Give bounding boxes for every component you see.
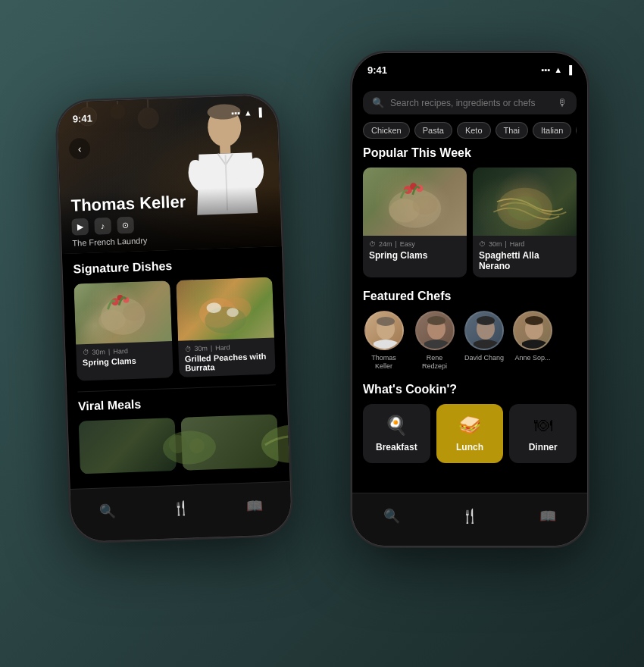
- svg-rect-9: [220, 144, 230, 153]
- dish-name-1: Spring Clams: [83, 355, 167, 367]
- dish-image-clams: [73, 280, 172, 344]
- tag-italian[interactable]: Italian: [533, 122, 571, 139]
- lunch-icon: 🥪: [458, 415, 481, 436]
- dinner-label: Dinner: [529, 442, 558, 452]
- chef-name: Thomas Keller: [70, 192, 186, 215]
- dish-time-1: 30m: [92, 348, 105, 356]
- meal-card-lunch[interactable]: 🥪 Lunch: [436, 404, 504, 463]
- breakfast-label: Breakfast: [376, 442, 417, 452]
- wifi-icon-r: ▲: [554, 65, 562, 74]
- dish-card-2[interactable]: ⏱ 30m | Hard Grilled Peaches with Burrat…: [176, 277, 275, 377]
- dish-name-2: Grilled Peaches with Burrata: [185, 352, 270, 373]
- svg-point-39: [477, 316, 495, 325]
- svg-point-28: [413, 196, 438, 215]
- breakfast-icon: 🍳: [385, 415, 408, 436]
- viral-meals-title: Viral Meals: [78, 393, 277, 413]
- meal-grid: 🍳 Breakfast 🥪 Lunch 🍽 Dinner: [363, 404, 577, 463]
- chef-name-2: Rene Redzepi: [414, 354, 455, 371]
- phone-left: 9:41 ▪▪▪ ▲ ▐ ‹: [57, 95, 292, 542]
- signature-dishes-title: Signature Dishes: [73, 255, 271, 276]
- popular-time-1: 24m: [379, 240, 392, 248]
- clock-icon-2: ⏱: [184, 345, 191, 352]
- clock-icon-1: ⏱: [82, 349, 89, 356]
- dish-image-peaches: [176, 277, 274, 340]
- chef-avatar-4: [513, 311, 552, 350]
- dish-info-1: ⏱ 30m | Hard Spring Clams: [76, 341, 173, 371]
- svg-point-37: [427, 316, 445, 325]
- tag-pasta[interactable]: Pasta: [414, 122, 452, 139]
- clock-icon-p1: ⏱: [369, 240, 376, 248]
- popular-meta-1: ⏱ 24m | Easy: [369, 240, 461, 248]
- chef-info: Thomas Keller ▶ ♪ ⊙ The French Laundry: [70, 192, 187, 247]
- dynamic-island: [436, 61, 504, 80]
- svg-point-33: [508, 196, 542, 221]
- tiktok-icon[interactable]: ♪: [94, 218, 111, 235]
- tab-book-right[interactable]: 📖: [509, 508, 587, 525]
- popular-meta-2: ⏱ 30m | Hard: [479, 240, 571, 248]
- meal-card-dinner[interactable]: 🍽 Dinner: [509, 404, 577, 463]
- phone-right-screen: 9:41 ▪▪▪ ▲ ▐ 🔍 Search recipes, ingredien…: [352, 53, 587, 546]
- clock-icon-p2: ⏱: [479, 240, 486, 248]
- fork-tab-icon-right: 🍴: [461, 508, 478, 525]
- tag-quickdin[interactable]: Quick Din...: [576, 122, 577, 139]
- tab-fork-right[interactable]: 🍴: [430, 508, 508, 525]
- dish-time-2: 30m: [194, 344, 208, 352]
- tag-thai[interactable]: Thai: [496, 122, 528, 139]
- chef-name-3: David Chang: [464, 354, 504, 362]
- viral-item-2[interactable]: [181, 414, 279, 470]
- tab-book-left[interactable]: 📖: [217, 496, 291, 515]
- search-bar[interactable]: 🔍 Search recipes, ingredients or chefs 🎙: [363, 91, 577, 114]
- popular-card-1[interactable]: ⏱ 24m | Easy Spring Clams: [363, 168, 467, 277]
- chef-chip-4[interactable]: Anne Sop...: [513, 311, 552, 371]
- chef-name-4: Anne Sop...: [515, 354, 551, 362]
- popular-card-2[interactable]: ⏱ 30m | Hard Spaghetti Alla Nerano: [473, 168, 577, 277]
- dish-card-1[interactable]: ⏱ 30m | Hard Spring Clams: [73, 280, 173, 380]
- tab-search-right[interactable]: 🔍: [352, 508, 430, 525]
- viral-item-1[interactable]: [79, 418, 177, 474]
- chefs-row: Thomas Keller Rene Redzepi: [363, 311, 577, 371]
- chef-chip-1[interactable]: Thomas Keller: [363, 311, 405, 371]
- tab-bar-left: 🔍 🍴 📖: [70, 481, 292, 542]
- chef-avatar-2: [415, 311, 455, 350]
- phone-left-screen: 9:41 ▪▪▪ ▲ ▐ ‹: [57, 95, 292, 542]
- popular-info-2: ⏱ 30m | Hard Spaghetti Alla Nerano: [473, 236, 577, 277]
- tab-fork-left[interactable]: 🍴: [144, 499, 217, 518]
- popular-diff-2: Hard: [510, 240, 525, 248]
- chef-avatar-3: [464, 311, 504, 350]
- tab-search-left[interactable]: 🔍: [70, 501, 144, 520]
- battery-icon: ▐: [256, 108, 262, 117]
- svg-point-41: [525, 316, 543, 325]
- divider: [77, 384, 276, 392]
- search-tab-icon-left: 🔍: [99, 502, 117, 519]
- search-icon: 🔍: [372, 97, 384, 108]
- fork-tab-icon-left: 🍴: [172, 499, 189, 517]
- cookin-title: What's Cookin'?: [363, 383, 577, 396]
- tag-chicken[interactable]: Chicken: [363, 122, 410, 139]
- browser-content: Popular This Week: [352, 146, 587, 463]
- profile-scroll[interactable]: Signature Dishes: [62, 246, 290, 489]
- mic-icon[interactable]: 🎙: [558, 97, 567, 108]
- cookin-section: What's Cookin'? 🍳 Breakfast 🥪 Lunch 🍽: [363, 383, 577, 463]
- dish-difficulty-2: Hard: [215, 343, 230, 352]
- instagram-icon[interactable]: ⊙: [117, 217, 134, 234]
- popular-diff-1: Easy: [400, 240, 415, 248]
- signal-icon-r: ▪▪▪: [542, 65, 551, 74]
- meal-card-breakfast[interactable]: 🍳 Breakfast: [363, 404, 430, 463]
- tags-row: Chicken Pasta Keto Thai Italian Quick Di…: [363, 122, 577, 139]
- chefs-section: Featured Chefs Thomas Keller: [363, 290, 577, 371]
- status-icons-left: ▪▪▪ ▲ ▐: [231, 108, 262, 117]
- popular-grid: ⏱ 24m | Easy Spring Clams: [363, 168, 577, 277]
- book-tab-icon-right: 📖: [539, 508, 556, 525]
- chef-chip-2[interactable]: Rene Redzepi: [414, 311, 455, 371]
- wifi-icon: ▲: [244, 108, 252, 117]
- popular-img-clams: [363, 168, 467, 236]
- chef-chip-3[interactable]: David Chang: [464, 311, 504, 371]
- tab-bar-right: 🔍 🍴 📖: [352, 493, 587, 546]
- youtube-icon[interactable]: ▶: [71, 218, 89, 236]
- popular-title: Popular This Week: [363, 146, 577, 160]
- status-icons-right: ▪▪▪ ▲ ▐: [542, 65, 572, 74]
- social-icons: ▶ ♪ ⊙: [71, 215, 186, 235]
- chef-avatar-1: [364, 311, 404, 350]
- tag-keto[interactable]: Keto: [457, 122, 491, 139]
- search-input[interactable]: Search recipes, ingredients or chefs: [390, 98, 552, 108]
